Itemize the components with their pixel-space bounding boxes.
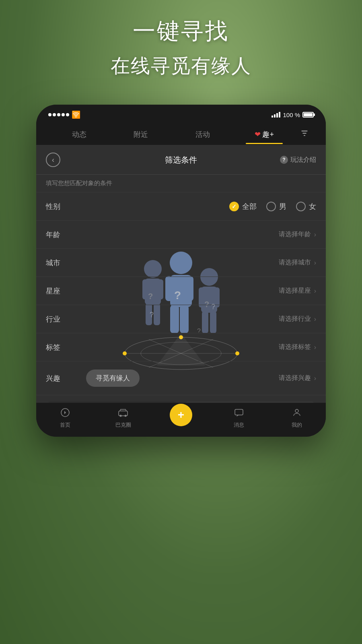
nav-messages[interactable]: 消息 xyxy=(225,408,253,429)
gender-all-radio[interactable] xyxy=(229,202,239,211)
heart-icon: ❤ xyxy=(255,130,261,139)
tag-filter-row[interactable]: 标签 请选择标签 › xyxy=(36,333,326,361)
add-button[interactable]: + xyxy=(170,404,192,426)
svg-point-45 xyxy=(295,409,298,413)
nav-profile[interactable]: 我的 xyxy=(283,408,311,429)
city-filter-row[interactable]: 城市 请选择城市 › xyxy=(36,249,326,277)
car-icon xyxy=(118,408,128,420)
signal-dots xyxy=(48,113,69,116)
gender-male-radio[interactable] xyxy=(266,202,276,211)
back-button[interactable]: ‹ xyxy=(46,153,60,167)
wifi-icon: 🛜 xyxy=(72,110,80,119)
filter-icon[interactable] xyxy=(295,126,314,145)
constellation-value: 请选择星座 › xyxy=(279,287,316,295)
tag-value: 请选择标签 › xyxy=(279,343,316,351)
cellular-icon xyxy=(272,112,280,118)
gender-filter-row: 性别 全部 男 女 xyxy=(36,192,326,221)
gender-male[interactable]: 男 xyxy=(266,202,286,211)
interest-chevron: › xyxy=(314,375,316,382)
interest-value: 请选择兴趣 › xyxy=(279,374,316,382)
filter-panel: ‹ 筛选条件 ? 玩法介绍 填写您想匹配对象的条件 xyxy=(36,145,326,437)
age-value: 请选择年龄 › xyxy=(279,230,316,239)
age-chevron: › xyxy=(314,231,316,238)
profile-icon xyxy=(292,408,302,420)
constellation-chevron: › xyxy=(314,287,316,295)
constellation-label: 星座 xyxy=(46,286,70,296)
nav-bakequan[interactable]: 巴克圈 xyxy=(109,408,137,429)
hero-title: 一键寻找 xyxy=(0,16,362,47)
industry-filter-row[interactable]: 行业 请选择行业 › xyxy=(36,305,326,333)
svg-point-42 xyxy=(120,415,122,417)
gender-female-radio[interactable] xyxy=(296,202,306,211)
interest-label: 兴趣 xyxy=(46,374,70,383)
city-value: 请选择城市 › xyxy=(279,258,316,267)
help-button[interactable]: ? 玩法介绍 xyxy=(280,156,316,164)
help-icon: ? xyxy=(280,156,288,164)
tag-chevron: › xyxy=(314,344,316,351)
bottom-navigation: 首页 巴克圈 + xyxy=(36,402,326,437)
nav-home[interactable]: 首页 xyxy=(51,408,79,429)
constellation-filter-row[interactable]: 星座 请选择星座 › xyxy=(36,277,326,305)
status-left: 🛜 xyxy=(48,110,80,119)
battery-icon xyxy=(302,112,314,118)
panel-title: 筛选条件 xyxy=(165,155,197,165)
tab-dongtai[interactable]: 动态 xyxy=(48,126,110,144)
message-icon xyxy=(234,408,244,420)
panel-subtitle: 填写您想匹配对象的条件 xyxy=(36,175,326,192)
city-chevron: › xyxy=(314,259,316,266)
tab-huodong[interactable]: 活动 xyxy=(172,126,234,144)
age-label: 年龄 xyxy=(46,230,70,239)
battery-percent: 100 % xyxy=(283,111,300,118)
industry-chevron: › xyxy=(314,316,316,323)
svg-marker-40 xyxy=(64,411,66,414)
nav-tabs: 动态 附近 活动 ❤ 趣+ xyxy=(36,122,326,145)
hero-subtitle: 在线寻觅有缘人 xyxy=(0,53,362,79)
svg-rect-44 xyxy=(235,409,243,415)
interest-filter-row[interactable]: 兴趣 寻觅有缘人 请选择兴趣 › xyxy=(36,361,326,395)
home-icon xyxy=(60,408,70,420)
industry-label: 行业 xyxy=(46,314,70,324)
tag-label: 标签 xyxy=(46,343,70,352)
gender-female[interactable]: 女 xyxy=(296,202,316,211)
age-filter-row[interactable]: 年龄 请选择年龄 › xyxy=(36,221,326,249)
status-right: 100 % xyxy=(272,111,314,118)
panel-header: ‹ 筛选条件 ? 玩法介绍 xyxy=(36,145,326,175)
svg-point-43 xyxy=(125,415,127,417)
status-bar: 🛜 100 % xyxy=(36,105,326,122)
tab-fujin[interactable]: 附近 xyxy=(110,126,172,144)
industry-value: 请选择行业 › xyxy=(279,315,316,323)
nav-add[interactable]: + xyxy=(167,410,195,426)
filter-rows: ? ? xyxy=(36,192,326,395)
xunmi-button[interactable]: 寻觅有缘人 xyxy=(86,369,140,387)
tab-qu[interactable]: ❤ 趣+ xyxy=(234,126,296,144)
city-label: 城市 xyxy=(46,258,70,268)
gender-label: 性别 xyxy=(46,202,70,211)
gender-options: 全部 男 女 xyxy=(229,202,316,211)
gender-all[interactable]: 全部 xyxy=(229,202,257,211)
phone-mockup: 🛜 100 % 动态 附近 活动 ❤ xyxy=(36,105,326,437)
hero-section: 一键寻找 在线寻觅有缘人 xyxy=(0,16,362,79)
